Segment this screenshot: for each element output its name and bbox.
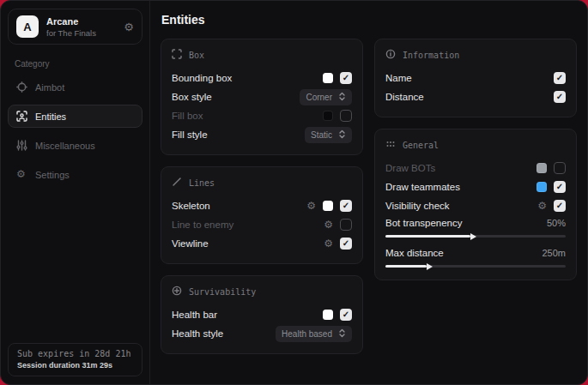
sidebar: A Arcane for The Finals ⚙ Category Aimbo… bbox=[1, 1, 150, 384]
survivability-card-header: Survivability bbox=[172, 286, 352, 298]
information-card-header: Information bbox=[385, 49, 566, 61]
session-duration-text: Session duration 31m 29s bbox=[17, 361, 133, 370]
gear-icon[interactable]: ⚙ bbox=[324, 220, 333, 230]
slider-thumb[interactable] bbox=[470, 233, 476, 240]
diagonal-line-icon bbox=[172, 177, 182, 189]
gear-icon[interactable]: ⚙ bbox=[306, 201, 316, 211]
dropdown-value: Static bbox=[311, 130, 332, 140]
health-style-dropdown[interactable]: Health based bbox=[276, 326, 352, 342]
checkbox[interactable]: ✓ bbox=[554, 91, 566, 103]
checkbox[interactable]: ✓ bbox=[554, 200, 566, 212]
page-title: Entities bbox=[161, 13, 577, 27]
setting-label: Fill style bbox=[172, 129, 208, 140]
crosshair-icon bbox=[16, 81, 27, 93]
chevron-up-down-icon bbox=[338, 129, 346, 141]
info-icon bbox=[385, 49, 396, 61]
sliders-icon bbox=[16, 140, 27, 151]
checkbox[interactable] bbox=[340, 110, 352, 122]
gear-icon[interactable]: ⚙ bbox=[537, 201, 547, 211]
slider-max-distance: Max distance 250m bbox=[385, 248, 566, 268]
check-icon: ✓ bbox=[342, 239, 349, 248]
check-icon: ✓ bbox=[556, 183, 563, 191]
checkbox[interactable]: ✓ bbox=[340, 238, 352, 250]
checkbox[interactable]: ✓ bbox=[554, 181, 566, 193]
subscription-info: Sub expires in 28d 21h Session duration … bbox=[8, 343, 142, 376]
setting-label: Health style bbox=[172, 328, 223, 339]
general-card-header: General bbox=[385, 139, 566, 151]
setting-row-draw-teammates: Draw teammates ✓ bbox=[385, 177, 566, 196]
sidebar-item-miscellaneous[interactable]: Miscellaneous bbox=[8, 134, 142, 157]
checkbox[interactable] bbox=[340, 219, 352, 231]
sidebar-item-label: Entities bbox=[35, 111, 66, 122]
checkbox[interactable]: ✓ bbox=[554, 72, 566, 84]
dropdown-value: Corner bbox=[306, 93, 332, 102]
color-swatch[interactable] bbox=[536, 163, 547, 173]
sub-expiry-text: Sub expires in 28d 21h bbox=[17, 349, 133, 358]
sidebar-item-entities[interactable]: Entities bbox=[8, 105, 142, 128]
color-swatch[interactable] bbox=[323, 310, 333, 320]
app-logo: A bbox=[16, 15, 39, 38]
scan-icon bbox=[16, 111, 27, 122]
setting-label: Health bar bbox=[172, 310, 217, 320]
checkbox[interactable]: ✓ bbox=[340, 200, 352, 212]
fill-style-dropdown[interactable]: Static bbox=[305, 127, 352, 143]
check-icon: ✓ bbox=[556, 74, 563, 82]
brand-text: Arcane for The Finals bbox=[46, 16, 96, 38]
setting-row-name: Name ✓ bbox=[385, 69, 566, 87]
color-swatch[interactable] bbox=[323, 73, 333, 83]
information-card: Information Name ✓ Distance ✓ bbox=[374, 39, 577, 117]
color-swatch[interactable] bbox=[323, 201, 333, 211]
setting-label: Bounding box bbox=[172, 73, 232, 83]
app-title: Arcane bbox=[46, 16, 96, 27]
survivability-card: Survivability Health bar ✓ Health style … bbox=[161, 275, 363, 354]
setting-row-bounding-box: Bounding box ✓ bbox=[172, 69, 352, 87]
box-style-dropdown[interactable]: Corner bbox=[300, 89, 352, 105]
setting-label: Fill box bbox=[172, 111, 203, 121]
setting-label: Viewline bbox=[172, 238, 209, 249]
setting-label: Visibility check bbox=[385, 201, 450, 211]
check-icon: ✓ bbox=[556, 202, 563, 210]
setting-row-distance: Distance ✓ bbox=[385, 87, 566, 106]
lines-card: Lines Skeleton ⚙ ✓ Line to enemy ⚙ bbox=[161, 166, 363, 264]
main-panel: Entities Box Bounding box bbox=[150, 1, 588, 384]
check-icon: ✓ bbox=[556, 93, 563, 101]
setting-label: Draw BOTs bbox=[385, 163, 435, 173]
setting-row-visibility-check: Visibility check ⚙ ✓ bbox=[385, 196, 566, 215]
sidebar-item-label: Miscellaneous bbox=[35, 141, 95, 151]
lines-card-header: Lines bbox=[172, 177, 352, 189]
gear-icon: ⚙ bbox=[16, 169, 27, 180]
section-title: General bbox=[403, 141, 439, 150]
gear-icon[interactable]: ⚙ bbox=[124, 21, 134, 33]
setting-row-fill-box: Fill box bbox=[172, 106, 352, 125]
color-swatch[interactable] bbox=[323, 111, 333, 121]
setting-row-viewline: Viewline ⚙ ✓ bbox=[172, 234, 352, 253]
section-title: Box bbox=[189, 51, 204, 60]
color-swatch[interactable] bbox=[536, 182, 547, 192]
slider-thumb[interactable] bbox=[427, 263, 433, 270]
sidebar-item-label: Settings bbox=[35, 170, 70, 180]
setting-row-draw-bots: Draw BOTs bbox=[385, 159, 566, 177]
checkbox[interactable] bbox=[554, 162, 566, 174]
lifebuoy-icon bbox=[172, 286, 182, 298]
setting-label: Name bbox=[385, 73, 412, 83]
setting-row-fill-style: Fill style Static bbox=[172, 125, 352, 144]
general-card: General Draw BOTs Draw teammates bbox=[374, 129, 577, 280]
gear-icon[interactable]: ⚙ bbox=[324, 238, 333, 249]
setting-row-box-style: Box style Corner bbox=[172, 87, 352, 106]
section-title: Lines bbox=[189, 178, 215, 188]
checkbox[interactable]: ✓ bbox=[340, 309, 352, 321]
slider-track[interactable] bbox=[385, 235, 566, 238]
left-column: Box Bounding box ✓ Box style Corner bbox=[161, 39, 363, 365]
sidebar-item-settings[interactable]: ⚙ Settings bbox=[8, 163, 142, 186]
setting-label: Line to enemy bbox=[172, 220, 233, 230]
box-card: Box Bounding box ✓ Box style Corner bbox=[161, 39, 363, 155]
section-title: Survivability bbox=[189, 287, 256, 297]
sidebar-item-aimbot[interactable]: Aimbot bbox=[8, 75, 142, 99]
grid-icon bbox=[385, 139, 396, 151]
setting-row-line-to-enemy: Line to enemy ⚙ bbox=[172, 215, 352, 234]
slider-track[interactable] bbox=[385, 265, 566, 268]
checkbox[interactable]: ✓ bbox=[340, 72, 352, 84]
setting-label: Draw teammates bbox=[385, 182, 460, 192]
sidebar-item-label: Aimbot bbox=[35, 82, 64, 93]
setting-label: Box style bbox=[172, 92, 212, 102]
